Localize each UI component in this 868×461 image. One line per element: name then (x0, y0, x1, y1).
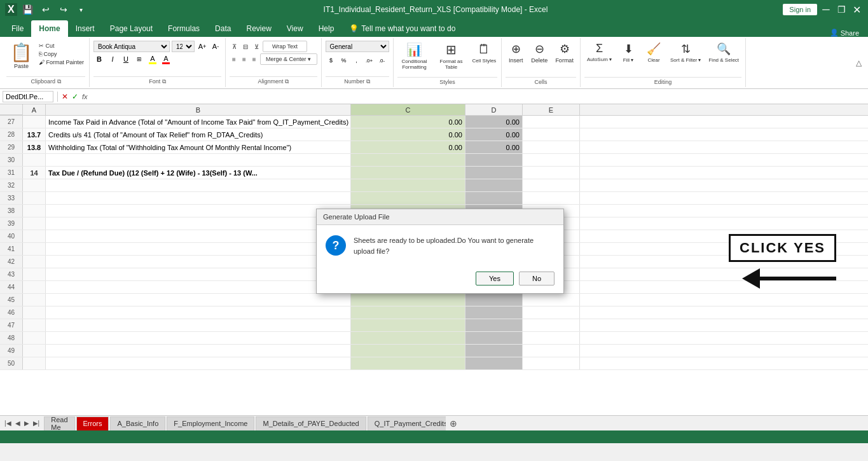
italic-button[interactable]: I (107, 53, 118, 65)
cell-a[interactable]: 14 (23, 167, 46, 179)
sheet-tab-q-it-payment-credits[interactable]: Q_IT_Payment_Credits (368, 416, 446, 430)
cell-e[interactable] (523, 357, 580, 369)
cell-b[interactable] (46, 332, 351, 344)
cell-b[interactable] (46, 294, 351, 306)
cancel-formula-icon[interactable]: ✕ (62, 92, 68, 101)
cell-a[interactable] (23, 357, 46, 369)
cell-c[interactable]: 0.00 (351, 141, 465, 153)
cell-c[interactable] (351, 332, 465, 344)
cell-c[interactable] (351, 357, 465, 369)
cell-e[interactable] (523, 294, 580, 306)
decrease-decimal-btn[interactable]: .0- (376, 55, 388, 66)
sheet-tab-f-employment-income[interactable]: F_Employment_Income (167, 416, 254, 430)
cell-b[interactable] (46, 319, 351, 331)
dialog-no-button[interactable]: No (519, 272, 555, 286)
tab-data[interactable]: Data (207, 20, 238, 37)
cell-a[interactable] (23, 179, 46, 191)
cell-b[interactable] (46, 268, 351, 280)
cell-d[interactable]: 0.00 (465, 116, 523, 128)
col-header-e[interactable]: E (523, 104, 580, 115)
align-middle-btn[interactable]: ⊟ (240, 41, 251, 52)
format-painter-button[interactable]: 🖌 Format Painter (38, 58, 85, 66)
cell-a[interactable] (23, 281, 46, 293)
cell-d[interactable] (465, 154, 523, 166)
cell-a[interactable]: 13.8 (23, 141, 46, 153)
restore-btn[interactable]: ❐ (835, 3, 848, 16)
cell-styles-btn[interactable]: 🗒 Cell Styles (471, 41, 498, 65)
cell-a[interactable] (23, 345, 46, 357)
cell-e[interactable] (523, 345, 580, 357)
cell-c[interactable] (351, 319, 465, 331)
cell-b[interactable]: Credits u/s 41 (Total of "Amount of Tax … (46, 128, 351, 141)
fill-color-button[interactable]: A (147, 53, 158, 65)
find-select-btn[interactable]: 🔍 Find & Select (706, 41, 741, 64)
number-format-select[interactable]: General (326, 41, 389, 52)
cell-d[interactable] (465, 294, 523, 306)
cell-b[interactable] (46, 230, 351, 242)
cell-d[interactable]: 0.00 (465, 128, 523, 141)
tab-file[interactable]: File (4, 20, 31, 37)
collapse-ribbon-btn[interactable]: △ (856, 58, 862, 67)
cell-b[interactable] (46, 256, 351, 268)
cell-e[interactable] (523, 332, 580, 344)
tab-tell-me[interactable]: 💡 Tell me what you want to do (341, 20, 463, 37)
cell-b[interactable]: Income Tax Paid in Advance (Total of "Am… (46, 116, 351, 128)
cell-e[interactable] (523, 306, 580, 319)
close-btn[interactable]: ✕ (850, 3, 863, 16)
cell-c[interactable] (351, 154, 465, 166)
comma-btn[interactable]: , (351, 55, 362, 66)
tab-insert[interactable]: Insert (68, 20, 102, 37)
border-button[interactable]: ⊞ (134, 53, 145, 65)
cut-button[interactable]: ✂ Cut (38, 42, 85, 50)
cell-e[interactable] (523, 154, 580, 166)
cell-a[interactable] (23, 294, 46, 306)
tab-view[interactable]: View (279, 20, 311, 37)
font-size-select[interactable]: 12 (172, 41, 195, 52)
sheet-tab-m-details-of-paye-deducted[interactable]: M_Details_of_PAYE_Deducted (256, 416, 366, 430)
add-sheet-btn[interactable]: ⊕ (446, 418, 461, 429)
cell-b[interactable]: Withholding Tax (Total of "Withholding T… (46, 141, 351, 153)
sheet-first-btn[interactable]: |◀ (3, 418, 13, 428)
autosum-btn[interactable]: Σ AutoSum ▾ (584, 41, 614, 64)
cell-b[interactable] (46, 179, 351, 191)
cell-e[interactable] (523, 192, 580, 204)
cell-d[interactable] (465, 179, 523, 191)
share-btn[interactable]: 👤 Share (825, 29, 864, 37)
align-left-btn[interactable]: ≡ (230, 53, 238, 65)
tab-home[interactable]: Home (31, 20, 67, 37)
cell-c[interactable] (351, 294, 465, 306)
format-as-table-btn[interactable]: ⊞ Format as Table (434, 41, 469, 71)
cell-b[interactable] (46, 205, 351, 217)
cell-e[interactable] (523, 319, 580, 331)
increase-font-btn[interactable]: A+ (196, 41, 208, 52)
tab-page-layout[interactable]: Page Layout (102, 20, 160, 37)
name-box[interactable] (3, 91, 53, 102)
cell-d[interactable] (465, 345, 523, 357)
insert-cell-btn[interactable]: ⊕ Insert (506, 41, 526, 65)
cell-e[interactable] (523, 167, 580, 179)
col-header-b[interactable]: B (46, 104, 351, 115)
cell-a[interactable] (23, 268, 46, 280)
cell-b[interactable]: Tax Due / (Refund Due) ((12 (Self) + 12 … (46, 167, 351, 179)
cell-a[interactable] (23, 230, 46, 242)
cell-c[interactable] (351, 192, 465, 204)
customize-qat-btn[interactable]: ▾ (74, 3, 88, 17)
cell-c[interactable]: 0.00 (351, 116, 465, 128)
cell-e[interactable] (523, 116, 580, 128)
currency-btn[interactable]: $ (326, 55, 337, 66)
redo-qat-btn[interactable]: ↪ (57, 3, 71, 17)
cell-c[interactable] (351, 306, 465, 319)
sign-in-button[interactable]: Sign in (783, 4, 817, 15)
copy-button[interactable]: ⎘ Copy (38, 50, 85, 58)
delete-cell-btn[interactable]: ⊖ Delete (528, 41, 550, 65)
increase-decimal-btn[interactable]: .0+ (364, 55, 375, 66)
cell-a[interactable] (23, 243, 46, 255)
sheet-prev-btn[interactable]: ◀ (13, 418, 22, 428)
undo-qat-btn[interactable]: ↩ (39, 3, 53, 17)
fill-btn[interactable]: ⬇ Fill ▾ (617, 41, 640, 64)
wrap-text-btn[interactable]: Wrap Text (263, 41, 307, 52)
tab-help[interactable]: Help (311, 20, 342, 37)
cell-a[interactable]: 13.7 (23, 128, 46, 141)
cell-c[interactable] (351, 179, 465, 191)
cell-d[interactable]: 0.00 (465, 141, 523, 153)
